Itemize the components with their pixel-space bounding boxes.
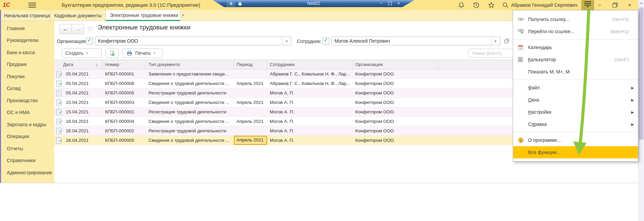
sidebar-item-10[interactable]: Отчеты	[1, 142, 54, 155]
favorites-button[interactable]	[487, 1, 496, 9]
menu-item-help[interactable]: Справка ▶	[513, 118, 638, 130]
notifications-button[interactable]	[457, 1, 466, 9]
menu-shortcut: Ctrl+F11	[612, 17, 629, 22]
menu-item-calculator[interactable]: Калькулятор Ctrl+F2	[513, 53, 638, 66]
create-button[interactable]: Создать ▾	[62, 48, 102, 58]
chevron-down-icon: ▾	[154, 51, 155, 55]
global-search-button[interactable]	[501, 1, 510, 9]
employee-open-button[interactable]	[504, 38, 510, 44]
sidebar-item-1[interactable]: Руководителю	[1, 35, 54, 47]
menu-item-get-link[interactable]: Получить ссылку... Ctrl+F11	[513, 13, 638, 25]
create-by-copy-button[interactable]	[106, 48, 119, 58]
restore-icon	[388, 2, 392, 5]
cell-date: 05.04.2021	[63, 79, 102, 88]
organization-dropdown-button[interactable]: ▾	[282, 37, 291, 45]
menu-item-label: Калькулятор	[528, 57, 615, 62]
rdp-close-button[interactable]: ×	[394, 0, 403, 7]
sidebar-item-4[interactable]: Покупки	[1, 70, 54, 83]
forward-arrow-icon: →	[75, 26, 81, 32]
tab-elektronnye-trudovye-knizhki[interactable]: Электронные трудовые книжки ×	[106, 10, 180, 21]
menu-item-all-functions[interactable]: Все функции...	[513, 146, 638, 158]
organization-filter-label: Организация:	[57, 39, 87, 44]
app-logo-1c-icon: 1С	[2, 1, 11, 9]
main-menu-button[interactable]	[581, 0, 594, 10]
cell-date: 05.04.2021	[63, 88, 102, 97]
employee-input[interactable]	[332, 38, 491, 44]
tab-home[interactable]: Начальная страница	[0, 10, 50, 21]
window-restore-button[interactable]	[609, 0, 620, 10]
calculator-icon	[518, 57, 528, 62]
menu-item-calendar[interactable]: 31 Календарь	[513, 41, 638, 53]
column-header-employees[interactable]: Сотрудники	[267, 60, 353, 69]
menu-item-settings[interactable]: Настройки ▶	[513, 106, 638, 118]
menu-item-show-m[interactable]: Показать М, М+, М-	[513, 66, 638, 78]
menu-item-label: Файл	[528, 85, 631, 90]
sidebar-item-0[interactable]: Главное	[1, 22, 54, 35]
column-header-period[interactable]: Период	[234, 60, 267, 69]
main-menu-dropdown: Получить ссылку... Ctrl+F11 Перейти по с…	[513, 10, 638, 161]
cell-employees: Абрамов Г. С., Ковальков Н. Ф., Лар...	[267, 69, 353, 79]
menu-item-label: Настройки	[528, 109, 631, 115]
hamburger-icon	[28, 5, 36, 5]
add-to-favorites-star-icon[interactable]: ☆	[86, 24, 94, 33]
column-header-number[interactable]: Номер	[102, 60, 146, 69]
forward-button[interactable]: →	[72, 24, 84, 34]
menu-item-file[interactable]: Файл ▶	[513, 82, 638, 94]
organization-input[interactable]	[95, 38, 282, 44]
sidebar-item-3[interactable]: Продажи	[1, 59, 54, 71]
cell-date: 15.04.2021	[63, 107, 102, 116]
rdp-minimize-button[interactable]: −	[377, 0, 385, 7]
cell-organization: Конфетпром ООО	[353, 117, 438, 126]
cell-number: КПБП-000003	[102, 98, 146, 107]
sidebar-item-12[interactable]: Администрирование	[1, 167, 54, 179]
menu-shortcut: Ctrl+F2	[615, 57, 629, 62]
print-button[interactable]: Печать ▾	[123, 48, 163, 58]
menu-item-go-to-link[interactable]: Перейти по ссылке... Shift+F11	[513, 25, 638, 38]
current-user[interactable]: Абрамов Геннадий Сергеевич	[511, 0, 578, 10]
menu-item-windows[interactable]: Окна ▶	[513, 94, 638, 106]
cell-date: 16.04.2021	[63, 126, 102, 135]
column-header-doctype[interactable]: Тип документа	[146, 60, 234, 69]
column-header-date[interactable]: Дата↓	[54, 60, 102, 69]
tab-kadrovye-dokumenty[interactable]: Кадровые документы ×	[50, 10, 106, 21]
cell-period	[234, 88, 267, 97]
sidebar-item-8[interactable]: Зарплата и кадры	[1, 118, 54, 131]
cell-number: КПБП-000004	[102, 117, 146, 126]
cell-period-focused[interactable]: Апрель 2021	[234, 136, 267, 145]
back-button[interactable]: ←	[59, 24, 72, 34]
tab-close-icon[interactable]: ×	[182, 13, 184, 18]
search-input[interactable]	[469, 49, 519, 57]
rdp-restore-button[interactable]	[385, 0, 394, 7]
panel-menu-button[interactable]	[26, 1, 38, 9]
sidebar-item-5[interactable]: Склад	[1, 83, 54, 95]
rdp-connection-bar: host22 − ×	[213, 0, 415, 7]
sidebar-item-9[interactable]: Операции	[1, 131, 54, 143]
history-button[interactable]	[472, 1, 481, 9]
window-close-button[interactable]: ×	[624, 0, 636, 10]
organization-filter-checkbox[interactable]	[86, 38, 93, 44]
cell-organization: Конфетпром ООО	[353, 79, 438, 88]
cell-employees: Могов А. П.	[267, 126, 353, 135]
menu-item-about[interactable]: i О программе...	[513, 134, 638, 146]
document-status-icon	[56, 118, 61, 125]
employee-dropdown-button[interactable]: ▾	[491, 37, 500, 45]
cell-period: Апрель 2021	[234, 117, 267, 126]
cell-organization: Конфетпром ООО	[353, 107, 438, 116]
sidebar-item-7[interactable]: ОС и НМА	[1, 107, 54, 119]
scrollbar-up-button[interactable]	[638, 0, 644, 6]
cell-number: КПБП-000001	[102, 69, 146, 79]
menu-item-label: Справка	[528, 121, 631, 127]
cell-period	[234, 69, 267, 79]
sidebar-item-2[interactable]: Банк и касса	[1, 46, 54, 59]
sidebar-item-6[interactable]: Производство	[1, 94, 54, 107]
scrollbar-thumb[interactable]	[639, 7, 643, 139]
window-minimize-button[interactable]: −	[594, 0, 605, 10]
cell-period: Апрель 2021	[234, 98, 267, 107]
nav-buttons: ← →	[59, 24, 84, 34]
cell-number: КПБП-000005	[102, 88, 146, 97]
submenu-arrow-icon: ▶	[631, 123, 634, 126]
employee-filter-checkbox[interactable]	[323, 38, 329, 44]
open-window-icon	[504, 38, 510, 44]
column-header-organization[interactable]: Организация	[353, 60, 438, 69]
sidebar-item-11[interactable]: Справочники	[1, 155, 54, 167]
